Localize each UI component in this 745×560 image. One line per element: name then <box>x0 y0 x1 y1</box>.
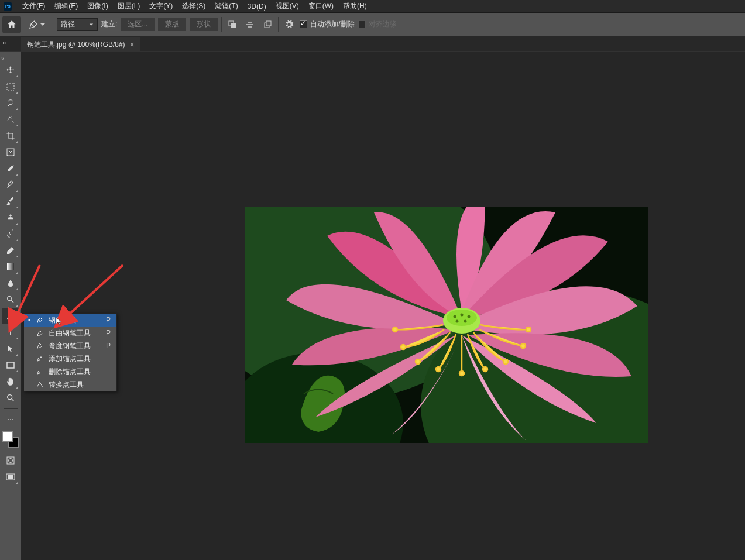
edit-toolbar-icon[interactable]: ⋯ <box>2 411 19 428</box>
svg-point-26 <box>416 359 420 364</box>
document-tab[interactable]: 钢笔工具.jpg @ 100%(RGB/8#) × <box>21 37 140 51</box>
screen-mode-icon[interactable] <box>2 469 19 485</box>
flyout-delete-anchor-tool[interactable]: 删除锚点工具 <box>24 365 116 378</box>
menu-type[interactable]: 文字(Y) <box>145 0 177 13</box>
healing-tool[interactable] <box>2 177 19 193</box>
menu-select[interactable]: 选择(S) <box>177 0 210 13</box>
flyout-convert-point-tool[interactable]: 转换点工具 <box>24 378 116 391</box>
canvas-area[interactable] <box>21 52 745 560</box>
svg-point-7 <box>8 297 12 301</box>
path-operations-icon[interactable] <box>225 18 239 32</box>
menu-file[interactable]: 文件(F) <box>18 0 50 13</box>
color-swatch[interactable] <box>2 431 19 448</box>
svg-rect-13 <box>8 475 13 479</box>
pen-icon <box>36 317 44 324</box>
chevron-down-icon <box>89 22 94 27</box>
flyout-label: 转换点工具 <box>49 380 101 390</box>
brush-tool[interactable] <box>2 193 19 209</box>
eraser-tool[interactable] <box>2 242 19 259</box>
menu-filter[interactable]: 滤镜(T) <box>210 0 242 13</box>
svg-point-30 <box>503 359 508 364</box>
make-selection-button[interactable]: 选区... <box>121 18 155 31</box>
menu-3d[interactable]: 3D(D) <box>243 1 271 12</box>
chevron-down-icon <box>40 22 46 28</box>
checkbox-checked-icon <box>300 20 307 28</box>
flyout-label: 添加锚点工具 <box>49 354 101 364</box>
toolbar-collapse-icon[interactable]: » <box>0 56 5 62</box>
svg-point-28 <box>459 371 464 376</box>
flyout-label: 自由钢笔工具 <box>49 328 101 338</box>
svg-point-24 <box>464 320 467 323</box>
eyedropper-tool[interactable] <box>2 160 19 177</box>
flyout-add-anchor-tool[interactable]: 添加锚点工具 <box>24 352 116 365</box>
flyout-freeform-pen-tool[interactable]: 自由钢笔工具 P <box>24 327 116 339</box>
lasso-tool[interactable] <box>2 95 19 111</box>
svg-point-22 <box>468 315 471 318</box>
svg-rect-1 <box>231 23 236 28</box>
menu-bar: Ps 文件(F) 编辑(E) 图像(I) 图层(L) 文字(Y) 选择(S) 滤… <box>0 0 745 13</box>
marquee-tool[interactable] <box>2 78 19 95</box>
svg-point-27 <box>436 367 441 372</box>
rectangle-tool[interactable] <box>2 357 19 373</box>
svg-point-29 <box>483 367 487 372</box>
pen-tool[interactable] <box>2 308 19 324</box>
document-tab-title: 钢笔工具.jpg @ 100%(RGB/8#) <box>27 40 125 50</box>
active-tool-indicator[interactable] <box>25 19 49 30</box>
blur-tool[interactable] <box>2 275 19 291</box>
frame-tool[interactable] <box>2 144 19 160</box>
flyout-label: 删除锚点工具 <box>49 367 101 377</box>
svg-point-21 <box>461 314 464 317</box>
pen-tool-flyout: ▪ 钢笔工具 P 自由钢笔工具 P 弯度钢笔工具 P 添加锚点工具 删除锚点工具… <box>23 313 117 391</box>
svg-point-20 <box>454 315 456 318</box>
pen-mode-value: 路径 <box>61 19 75 29</box>
pen-minus-icon <box>36 368 44 375</box>
type-tool[interactable]: T <box>2 324 19 341</box>
quick-mask-icon[interactable] <box>2 452 19 469</box>
menu-view[interactable]: 视图(V) <box>271 0 304 13</box>
hand-tool[interactable] <box>2 373 19 390</box>
curve-pen-icon <box>36 342 44 349</box>
foreground-color[interactable] <box>2 431 13 442</box>
flyout-curvature-pen-tool[interactable]: 弯度钢笔工具 P <box>24 339 116 352</box>
svg-point-31 <box>521 343 526 348</box>
make-mask-button[interactable]: 蒙版 <box>158 18 186 31</box>
svg-point-11 <box>9 459 13 463</box>
clone-stamp-tool[interactable] <box>2 209 19 226</box>
close-icon[interactable]: × <box>130 40 135 49</box>
svg-rect-10 <box>7 457 14 464</box>
zoom-tool[interactable] <box>2 390 19 406</box>
home-button[interactable] <box>2 16 21 33</box>
svg-point-33 <box>393 327 397 332</box>
menu-help[interactable]: 帮助(H) <box>338 0 372 13</box>
svg-point-9 <box>8 395 12 400</box>
gear-icon[interactable] <box>282 18 296 32</box>
quick-select-tool[interactable] <box>2 111 19 128</box>
path-select-tool[interactable] <box>2 341 19 357</box>
move-tool[interactable] <box>2 62 19 78</box>
pen-mode-select[interactable]: 路径 <box>57 18 98 31</box>
menu-image[interactable]: 图像(I) <box>83 0 112 13</box>
document-image <box>245 207 648 443</box>
menu-layer[interactable]: 图层(L) <box>113 0 145 13</box>
auto-add-delete-toggle[interactable]: 自动添加/删除 <box>300 19 354 29</box>
path-align-icon[interactable] <box>243 18 257 32</box>
make-shape-button[interactable]: 形状 <box>190 18 218 31</box>
path-arrange-icon[interactable] <box>260 18 274 32</box>
checkbox-icon <box>358 20 366 28</box>
snap-edges-label: 对齐边缘 <box>369 19 397 29</box>
flyout-pen-tool[interactable]: ▪ 钢笔工具 P <box>24 314 116 327</box>
crop-tool[interactable] <box>2 128 19 144</box>
tools-panel: » T ⋯ <box>0 52 21 560</box>
document-tab-bar: 钢笔工具.jpg @ 100%(RGB/8#) × <box>0 36 745 51</box>
menu-window[interactable]: 窗口(W) <box>304 0 338 13</box>
svg-point-25 <box>401 345 406 349</box>
history-brush-tool[interactable] <box>2 226 19 242</box>
panel-expand-icon[interactable]: » <box>0 37 8 49</box>
dodge-tool[interactable] <box>2 291 19 308</box>
flyout-label: 弯度钢笔工具 <box>49 341 101 351</box>
gradient-tool[interactable] <box>2 259 19 275</box>
snap-edges-toggle: 对齐边缘 <box>358 19 397 29</box>
menu-edit[interactable]: 编辑(E) <box>50 0 83 13</box>
svg-rect-6 <box>7 263 14 270</box>
svg-point-19 <box>447 310 477 326</box>
